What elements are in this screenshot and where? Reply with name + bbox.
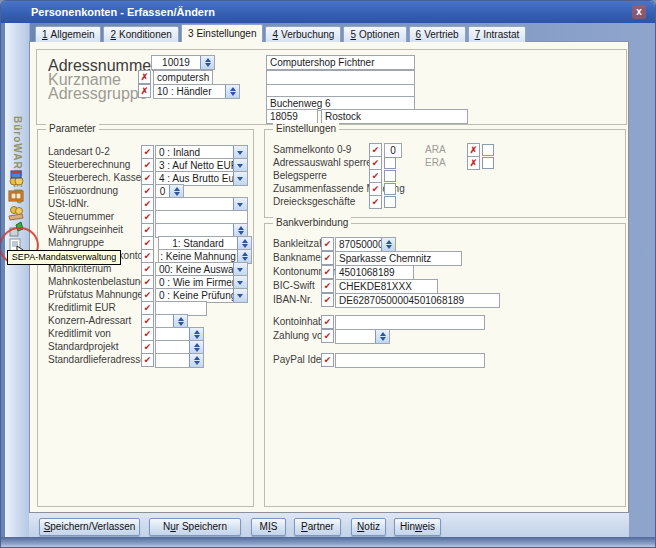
clear-icon[interactable]	[138, 84, 151, 98]
bank-groupbox: Bankverbindung Bankleitzahl 87050000 Ban…	[264, 223, 626, 507]
parameter-title: Parameter	[46, 123, 99, 134]
check-icon[interactable]	[369, 169, 382, 183]
bankname-field[interactable]: Sparkasse Chemnitz	[335, 251, 462, 266]
tab-optionen[interactable]: 5Optionen	[343, 26, 406, 42]
check-icon[interactable]	[141, 314, 154, 328]
address-group-field[interactable]: 10 : Händler	[153, 84, 240, 99]
button-bar: Speichern/Verlassen Nur Speichern MIS Pa…	[29, 513, 629, 537]
coins-card-icon[interactable]	[8, 169, 25, 186]
era-checkbox[interactable]	[482, 157, 494, 169]
dreiecksgeschaefte-checkbox[interactable]	[384, 196, 396, 208]
close-icon[interactable]: x	[632, 5, 646, 19]
einstellungen-title: Einstellungen	[273, 123, 339, 134]
spinner-icon[interactable]	[225, 85, 239, 98]
standardlieferadresse-spin[interactable]	[155, 353, 204, 368]
nur-speichern-button[interactable]: Nur Speichern	[149, 518, 241, 536]
zahlung-von-spin[interactable]	[335, 329, 390, 344]
check-icon[interactable]	[141, 301, 154, 315]
param-row-konzern-adressart: Konzern-Adressart	[38, 314, 253, 327]
name2-field[interactable]	[266, 70, 415, 85]
bic-field[interactable]: CHEKDE81XXX	[335, 279, 438, 294]
shortname-field[interactable]: computersh	[153, 70, 213, 85]
bankleitzahl-spin[interactable]: 87050000	[335, 237, 396, 252]
spinner-icon[interactable]	[375, 330, 389, 343]
hand-coins-icon[interactable]	[8, 204, 25, 221]
tab-intrastat[interactable]: 7Intrastat	[468, 26, 527, 42]
check-icon[interactable]	[141, 327, 154, 341]
check-icon[interactable]	[369, 143, 382, 157]
belegsperre-checkbox[interactable]	[384, 170, 396, 182]
check-icon[interactable]	[321, 315, 334, 329]
check-icon[interactable]	[141, 184, 154, 198]
bank-title: Bankverbindung	[273, 217, 351, 228]
tab-vertrieb[interactable]: 6Vertrieb	[409, 26, 466, 42]
check-icon[interactable]	[141, 223, 154, 237]
check-icon[interactable]	[321, 251, 334, 265]
check-icon[interactable]	[141, 145, 154, 159]
zip-field[interactable]: 18059	[266, 109, 318, 124]
bank-row-bankname: Bankname Sparkasse Chemnitz	[265, 251, 625, 264]
param-row-erloeszuordnung: Erlöszuordnung 0	[38, 184, 253, 197]
check-icon[interactable]	[321, 329, 334, 343]
check-icon[interactable]	[141, 236, 154, 250]
tab-allgemein[interactable]: 1Allgemein	[35, 26, 101, 42]
spinner-icon[interactable]	[189, 354, 203, 367]
window-title: Personenkonten - Erfassen/Ändern	[31, 6, 215, 18]
check-icon[interactable]	[141, 275, 154, 289]
iban-field[interactable]: DE62870500004501068189	[335, 293, 500, 308]
check-icon[interactable]	[141, 171, 154, 185]
check-icon[interactable]	[321, 279, 334, 293]
mis-button[interactable]: MIS	[251, 518, 286, 536]
spinner-icon[interactable]	[381, 238, 395, 251]
check-icon[interactable]	[141, 353, 154, 367]
check-icon[interactable]	[141, 249, 154, 263]
tab-verbuchung[interactable]: 4Verbuchung	[265, 26, 341, 42]
ara-checkbox[interactable]	[482, 144, 494, 156]
check-icon[interactable]	[369, 182, 382, 196]
check-icon[interactable]	[321, 293, 334, 307]
paypal-field[interactable]	[335, 353, 485, 368]
hinweis-button[interactable]: Hinweis	[394, 518, 441, 536]
title-bar[interactable]: Personenkonten - Erfassen/Ändern x	[1, 1, 655, 23]
clear-icon[interactable]	[467, 156, 480, 170]
cash-drawer-icon[interactable]	[8, 187, 25, 204]
address-number-field[interactable]: 10019	[151, 55, 215, 70]
check-icon[interactable]	[321, 237, 334, 251]
einstellung-row-belegsperre: Belegsperre	[265, 169, 625, 182]
check-icon[interactable]	[141, 262, 154, 276]
bank-row-bankleitzahl: Bankleitzahl 87050000	[265, 237, 625, 250]
einstellungen-groupbox: Einstellungen Sammelkonto 0-9 0 ARA Adre…	[264, 129, 626, 218]
name1-field[interactable]: Computershop Fichtner	[266, 55, 415, 70]
einstellung-row-sammelkonto: Sammelkonto 0-9 0 ARA	[265, 143, 625, 156]
clear-icon[interactable]	[467, 143, 480, 157]
zm-checkbox[interactable]	[384, 183, 396, 195]
kontoinhaber-field[interactable]	[335, 315, 485, 330]
tab-einstellungen[interactable]: 3Einstellungen	[181, 24, 264, 42]
bank-row-paypal: PayPal Ident	[265, 353, 625, 366]
check-icon[interactable]	[321, 265, 334, 279]
check-icon[interactable]	[321, 353, 334, 367]
speichern-verlassen-button[interactable]: Speichern/Verlassen	[39, 518, 140, 536]
kontonummer-field[interactable]: 4501068189	[335, 265, 414, 280]
clear-icon[interactable]	[138, 70, 151, 84]
check-icon[interactable]	[369, 156, 382, 170]
notiz-button[interactable]: Notiz	[351, 518, 386, 536]
param-row-kreditlimit-eur: Kreditlimit EUR	[38, 301, 253, 314]
check-icon[interactable]	[141, 197, 154, 211]
bank-row-kontonummer: Kontonummer 4501068189	[265, 265, 625, 278]
einstellung-row-dreiecksgeschaefte: Dreiecksgeschäfte	[265, 195, 625, 208]
param-row-ustidnr: USt-IdNr.	[38, 197, 253, 210]
partner-button[interactable]: Partner	[294, 518, 341, 536]
check-icon[interactable]	[141, 158, 154, 172]
check-icon[interactable]	[369, 195, 382, 209]
city-field[interactable]: Rostock	[321, 109, 468, 124]
spinner-icon[interactable]	[200, 56, 214, 69]
check-icon[interactable]	[141, 340, 154, 354]
check-icon[interactable]	[141, 288, 154, 302]
bank-row-iban: IBAN-Nr. DE62870500004501068189	[265, 293, 625, 306]
tab-konditionen[interactable]: 2Konditionen	[103, 26, 178, 42]
check-icon[interactable]	[141, 210, 154, 224]
era-label: ERA	[425, 156, 446, 169]
adressauswahl-checkbox[interactable]	[384, 157, 396, 169]
param-row-steuerberechnung: Steuerberechnung 3 : Auf Netto EUR	[38, 158, 253, 171]
